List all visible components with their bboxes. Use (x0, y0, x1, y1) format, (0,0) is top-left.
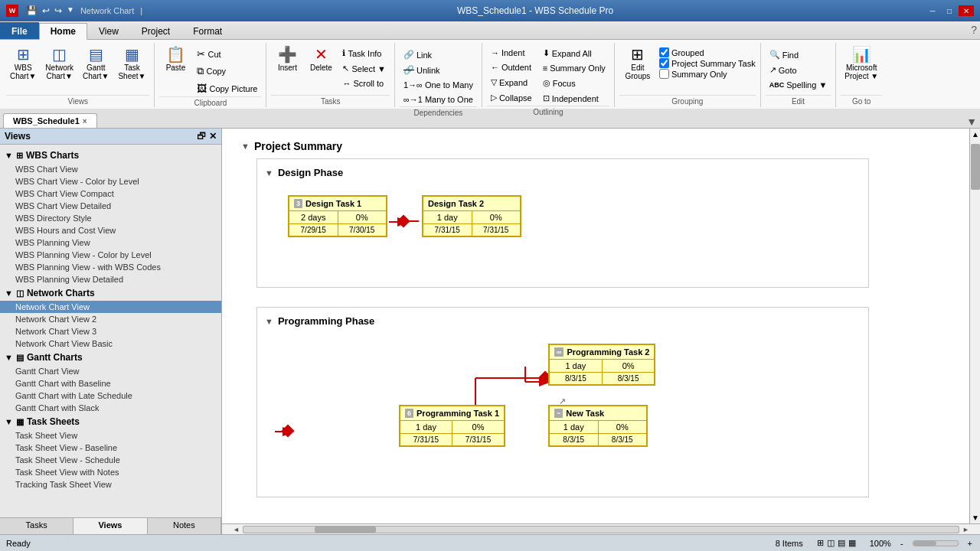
tab-project[interactable]: Project (130, 22, 181, 39)
doc-tab-close[interactable]: × (83, 117, 87, 126)
indent-button[interactable]: → Indent (487, 46, 536, 60)
independent-button[interactable]: ⊡ Independent (539, 91, 609, 106)
section-network-charts[interactable]: ▼ ◫ Network Charts (0, 285, 221, 301)
summary-only-button[interactable]: ≡ Summary Only (539, 61, 609, 75)
tab-file[interactable]: File (0, 22, 39, 39)
spelling-button[interactable]: ABC Spelling ▼ (766, 78, 831, 92)
section-task-sheets[interactable]: ▼ ▦ Task Sheets (0, 414, 221, 429)
view-gantt-late[interactable]: Gantt Chart with Late Schedule (0, 390, 221, 402)
qat-undo[interactable]: ↩ (41, 5, 51, 16)
view-gantt-baseline[interactable]: Gantt Chart with Baseline (0, 377, 221, 390)
view-task-sheet-notes[interactable]: Task Sheet View with Notes (0, 466, 221, 478)
view-wbs-chart-color[interactable]: WBS Chart View - Color by Level (0, 175, 221, 187)
doc-tab[interactable]: WBS_Schedule1 × (3, 113, 97, 128)
programming-phase-collapse-icon[interactable]: ▼ (265, 317, 273, 326)
zoom-slider[interactable] (913, 540, 959, 546)
edit-groups-button[interactable]: ⊞ EditGroups (619, 44, 656, 83)
view-task-sheet-baseline[interactable]: Task Sheet View - Baseline (0, 442, 221, 454)
help-button[interactable]: ? (968, 21, 980, 39)
h-scroll-right-btn[interactable]: ► (962, 526, 969, 533)
view-gantt-chart-view[interactable]: Gantt Chart View (0, 365, 221, 377)
zoom-plus[interactable]: + (968, 539, 972, 548)
grouped-checkbox[interactable] (659, 47, 669, 57)
view-wbs-chart-view[interactable]: WBS Chart View (0, 163, 221, 175)
section-wbs-charts[interactable]: ▼ ⊞ WBS Charts (0, 148, 221, 163)
paste-button[interactable]: 📋 Paste (159, 44, 191, 74)
design-task-2-box[interactable]: Design Task 2 1 day 0% 7/31/15 7/31/15 (422, 195, 521, 237)
section-gantt-charts[interactable]: ▼ ▤ Gantt Charts (0, 350, 221, 365)
view-task-sheet-view[interactable]: Task Sheet View (0, 429, 221, 442)
scroll-down-btn[interactable]: ▼ (972, 514, 979, 522)
tab-view[interactable]: View (87, 22, 130, 39)
views-expand-icon[interactable]: 🗗 (197, 131, 206, 142)
link-button[interactable]: 🔗 Link (400, 47, 477, 62)
design-task-1-box[interactable]: 3 Design Task 1 2 days 0% 7/29/15 7/30/1… (288, 195, 387, 237)
scroll-up-btn[interactable]: ▲ (972, 130, 979, 139)
expand-button[interactable]: ▽ Expand (487, 75, 536, 90)
focus-button[interactable]: ◎ Focus (539, 76, 609, 90)
view-gantt-slack[interactable]: Gantt Chart with Slack (0, 402, 221, 414)
h-scroll-left-btn[interactable]: ◄ (233, 526, 240, 533)
copy-button[interactable]: ⧉ Copy (193, 63, 261, 80)
one-to-many-button[interactable]: 1→∞ One to Many (400, 78, 477, 92)
view-network-chart-2[interactable]: Network Chart View 2 (0, 313, 221, 325)
network-chart-button[interactable]: ◫ NetworkChart▼ (41, 44, 77, 83)
qat-save[interactable]: 💾 (24, 5, 39, 16)
outdent-button[interactable]: ← Outdent (487, 60, 536, 74)
v-scrollbar[interactable]: ▲ ▼ (969, 129, 980, 523)
doc-tab-scroll-right[interactable]: ▼ (963, 116, 980, 128)
tab-format[interactable]: Format (181, 22, 234, 39)
unlink-button[interactable]: 🔗 Unlink (400, 63, 477, 77)
insert-button[interactable]: ➕ Insert (271, 44, 303, 74)
view-wbs-detailed[interactable]: WBS Chart View Detailed (0, 200, 221, 212)
delete-button[interactable]: ✕ Delete (305, 44, 337, 74)
view-wbs-planning-codes[interactable]: WBS Planning View - with WBS Codes (0, 261, 221, 273)
design-phase-collapse-icon[interactable]: ▼ (265, 168, 273, 178)
minimize-button[interactable]: ─ (925, 5, 940, 16)
zoom-minus[interactable]: - (900, 539, 903, 548)
status-icon-3[interactable]: ▤ (838, 538, 845, 548)
project-summary-task-checkbox[interactable] (659, 58, 669, 68)
qat-redo[interactable]: ↪ (53, 5, 64, 16)
ms-project-button[interactable]: 📊 MicrosoftProject ▼ (841, 44, 882, 83)
programming-task-1-box[interactable]: 6 Programming Task 1 1 day 0% 7/31/15 7/… (399, 405, 505, 447)
new-task-box[interactable]: ~ New Task 1 day 0% 8/3/15 8/3/15 (548, 405, 648, 447)
view-network-chart-view[interactable]: Network Chart View (0, 301, 221, 313)
task-info-button[interactable]: ℹ Task Info (338, 46, 390, 60)
canvas-scroll[interactable]: ▲ ▼ ▼ Project Summary ▼ Design Phase (222, 129, 980, 523)
goto-button[interactable]: ↗ Goto (766, 63, 831, 77)
view-tracking-task-sheet[interactable]: Tracking Task Sheet View (0, 478, 221, 491)
programming-task-2-box[interactable]: ∞ Programming Task 2 1 day 0% 8/3/15 8/3… (548, 344, 655, 386)
view-network-chart-3[interactable]: Network Chart View 3 (0, 325, 221, 337)
status-icon-4[interactable]: ▦ (848, 538, 856, 548)
task-sheet-button[interactable]: ▦ TaskSheet▼ (114, 44, 149, 83)
copy-picture-button[interactable]: 🖼 Copy Picture (193, 80, 261, 96)
view-network-chart-basic[interactable]: Network Chart View Basic (0, 337, 221, 350)
h-scrollbar[interactable]: ◄ ► (222, 523, 980, 534)
scroll-to-button[interactable]: ↔ Scroll to (338, 77, 390, 90)
view-wbs-planning-detailed[interactable]: WBS Planning View Detailed (0, 273, 221, 285)
summary-only-checkbox[interactable] (659, 69, 669, 79)
status-icon-1[interactable]: ⊞ (817, 538, 824, 548)
maximize-button[interactable]: □ (942, 5, 957, 16)
view-wbs-planning-color[interactable]: WBS Planning View - Color by Level (0, 249, 221, 261)
many-to-one-button[interactable]: ∞→1 Many to One (400, 93, 477, 106)
lp-tab-notes[interactable]: Notes (148, 518, 221, 534)
qat-dropdown[interactable]: ▼ (65, 5, 76, 16)
close-button[interactable]: ✕ (959, 5, 974, 16)
project-summary-collapse-icon[interactable]: ▼ (241, 142, 250, 151)
collapse-button[interactable]: ▷ Collapse (487, 90, 536, 105)
view-task-sheet-schedule[interactable]: Task Sheet View - Schedule (0, 454, 221, 466)
wbs-chart-button[interactable]: ⊞ WBSChart▼ (6, 44, 40, 83)
tab-home[interactable]: Home (39, 23, 87, 40)
lp-tab-tasks[interactable]: Tasks (0, 518, 74, 534)
view-wbs-hours[interactable]: WBS Hours and Cost View (0, 224, 221, 236)
gantt-chart-button[interactable]: ▤ GanttChart▼ (79, 44, 113, 83)
cut-button[interactable]: ✂ Cut (193, 46, 261, 62)
status-icon-2[interactable]: ◫ (827, 538, 835, 548)
view-wbs-directory[interactable]: WBS Directory Style (0, 212, 221, 224)
select-button[interactable]: ↖ Select ▼ (338, 61, 390, 76)
lp-tab-views[interactable]: Views (74, 518, 147, 534)
expand-all-button[interactable]: ⬇ Expand All (539, 46, 609, 60)
find-button[interactable]: 🔍 Find (766, 47, 831, 62)
